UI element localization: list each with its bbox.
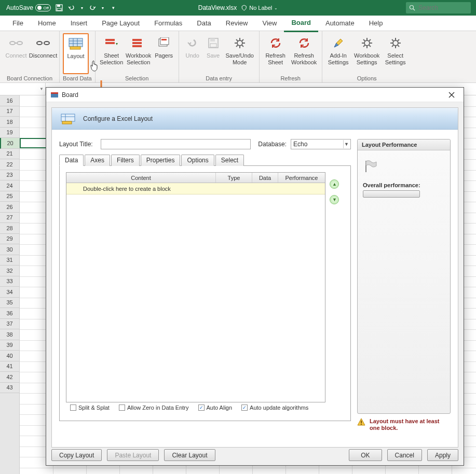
chk-auto-align[interactable]: ✓ Auto Align [198,405,233,411]
row-header[interactable]: 34 [0,287,19,298]
row-header[interactable]: 31 [0,255,19,266]
row-header[interactable]: 41 [0,361,19,372]
autosave-toggle[interactable]: AutoSave Off [6,4,51,11]
apply-button[interactable]: Apply [427,449,458,461]
paste-layout-button[interactable]: Paste Layout [107,449,159,461]
ok-button[interactable]: OK [349,449,382,461]
menu-bar: File Home Insert Page Layout Formulas Da… [0,16,476,31]
ribbon-save[interactable]: Save [204,33,223,74]
ribbon-saveundo-mode[interactable]: Save/Undo Mode [224,33,256,74]
svg-line-44 [369,39,371,41]
qat-customize-icon[interactable]: ▾ [109,4,117,12]
ribbon-connect[interactable]: Connect [3,33,29,74]
ribbon-addin-settings[interactable]: Add-In Settings [325,33,351,74]
row-header[interactable]: 39 [0,340,19,351]
toggle-knob [37,6,42,10]
sensitivity-label[interactable]: No Label ⌄ [241,5,278,11]
svg-rect-15 [70,47,80,49]
dialog-close-button[interactable] [444,89,459,101]
name-box[interactable]: ▼ [0,83,46,95]
ribbon-refresh-sheet[interactable]: Refresh Sheet [263,33,289,74]
ribbon-group-refresh: Refresh Sheet Refresh Workbook Refresh [260,31,322,82]
ribbon-pagers[interactable]: Pagers [153,33,175,74]
row-header[interactable]: 19 [0,128,19,138]
row-header[interactable]: 22 [0,159,19,170]
row-header[interactable]: 37 [0,319,19,330]
undo-icon[interactable] [67,4,76,12]
row-header[interactable]: 27 [0,213,19,224]
row-header[interactable]: 32 [0,266,19,276]
row-header[interactable]: 40 [0,351,19,361]
menu-tab-automate[interactable]: Automate [318,16,362,31]
menu-tab-formulas[interactable]: Formulas [147,16,189,31]
chk-split-splat[interactable]: Split & Splat [70,405,110,411]
overall-performance-label: Overall performance: [363,182,445,188]
row-header[interactable]: 25 [0,191,19,202]
copy-layout-button[interactable]: Copy Layout [51,449,102,461]
block-table[interactable]: Content Type Data Performance Double-cli… [66,172,325,402]
cancel-button[interactable]: Cancel [387,449,422,461]
undo-dropdown-icon[interactable]: ▼ [80,4,84,12]
tab-data[interactable]: Data [59,155,84,166]
row-header[interactable]: 17 [0,106,19,117]
layout-title-input[interactable] [101,139,251,149]
ribbon-workbook-selection[interactable]: Workbook Selection [126,33,152,74]
row-header[interactable]: 36 [0,308,19,319]
row-header[interactable]: 29 [0,234,19,245]
ribbon-refresh-workbook[interactable]: Refresh Workbook [290,33,319,74]
row-header[interactable]: 38 [0,329,19,340]
ribbon-layout[interactable]: Layout [63,33,89,74]
row-header[interactable]: 18 [0,117,19,128]
search-box[interactable] [406,2,471,13]
tab-axes[interactable]: Axes [85,155,110,166]
menu-tab-data[interactable]: Data [189,16,218,31]
row-header[interactable]: 28 [0,223,19,234]
tab-select[interactable]: Select [215,155,244,166]
chk-auto-update[interactable]: ✓ Auto update algorithms [241,405,308,411]
row-header[interactable]: 24 [0,180,19,191]
row-header[interactable]: 26 [0,202,19,213]
menu-tab-review[interactable]: Review [219,16,255,31]
search-input[interactable] [418,4,460,11]
row-header[interactable]: 16 [0,95,19,106]
ribbon-undo[interactable]: Undo [182,33,203,74]
menu-tab-board[interactable]: Board [284,15,318,32]
row-header[interactable]: 30 [0,244,19,255]
clear-layout-button[interactable]: Clear Layout [164,449,215,461]
ribbon-workbook-settings[interactable]: Workbook Settings [352,33,382,74]
svg-line-32 [236,39,238,41]
menu-tab-view[interactable]: View [255,16,284,31]
ribbon-sheet-selection[interactable]: Sheet Selection [99,33,125,74]
move-down-button[interactable]: ▼ [330,195,339,204]
row-header[interactable]: 35 [0,298,19,309]
save-icon[interactable] [55,4,63,12]
th-data: Data [252,173,278,183]
redo-icon[interactable] [88,4,97,12]
row-header[interactable]: 33 [0,276,19,287]
menu-tab-home[interactable]: Home [31,16,63,31]
menu-tab-file[interactable]: File [5,16,31,31]
layout-title-label: Layout Title: [59,141,101,148]
ribbon-select-settings[interactable]: Select Settings [383,33,409,74]
svg-line-33 [242,45,243,47]
menu-tab-pagelayout[interactable]: Page Layout [94,16,147,31]
menu-tab-help[interactable]: Help [362,16,390,31]
chk-allow-zero[interactable]: Allow Zero in Data Entry [119,405,189,411]
tab-options[interactable]: Options [181,155,214,166]
ribbon-disconnect[interactable]: Disconnect [30,33,56,74]
menu-tab-insert[interactable]: Insert [63,16,95,31]
row-header[interactable]: 20 [0,138,19,149]
redo-dropdown-icon[interactable]: ▼ [101,4,105,12]
row-header[interactable]: 42 [0,372,19,383]
tab-properties[interactable]: Properties [141,155,181,166]
tab-filters[interactable]: Filters [111,155,140,166]
create-block-hint[interactable]: Double-click here to create a block [66,183,325,194]
database-select[interactable]: Echo ▼ [291,139,351,149]
row-header[interactable]: 43 [0,383,19,394]
row-header[interactable]: 21 [0,149,19,160]
toggle-pill[interactable]: Off [35,4,51,11]
move-up-button[interactable]: ▲ [330,179,339,189]
svg-point-27 [237,40,242,46]
row-header[interactable]: 23 [0,170,19,181]
namebox-dropdown-icon[interactable]: ▼ [39,87,44,91]
